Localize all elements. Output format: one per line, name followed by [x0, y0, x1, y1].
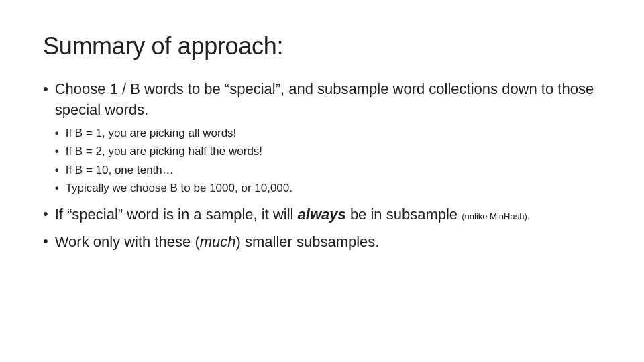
- bullet-3-text-before: Work only with these (: [55, 233, 200, 250]
- bullet-list: • Choose 1 / B words to be “special”, an…: [43, 79, 601, 259]
- bullet-3-content: Work only with these (much) smaller subs…: [55, 231, 380, 253]
- list-item: • If “special” word is in a sample, it w…: [43, 204, 601, 225]
- bullet-dot-2: •: [43, 204, 48, 225]
- bullet-1-content: Choose 1 / B words to be “special”, and …: [55, 79, 601, 197]
- bullet-2-content: If “special” word is in a sample, it wil…: [55, 204, 530, 225]
- bullet-2-small-text: (unlike MinHash).: [462, 211, 529, 221]
- sub-bullet-text: If B = 1, you are picking all words!: [66, 125, 237, 142]
- bullet-2-text-after: be in subsample: [346, 206, 462, 223]
- bullet-2-bold-italic: always: [298, 206, 346, 223]
- slide: Summary of approach: • Choose 1 / B word…: [0, 0, 644, 362]
- list-item: • If B = 10, one tenth…: [55, 162, 601, 179]
- sub-bullet-text: If B = 2, you are picking half the words…: [66, 143, 262, 160]
- list-item: • If B = 2, you are picking half the wor…: [55, 143, 601, 160]
- sub-bullet-text: If B = 10, one tenth…: [66, 162, 174, 179]
- bullet-2-text-before: If “special” word is in a sample, it wil…: [55, 206, 298, 223]
- sub-bullet-dot: •: [55, 180, 59, 197]
- bullet-dot-1: •: [43, 79, 48, 100]
- sub-bullet-dot: •: [55, 162, 59, 179]
- bullet-dot-3: •: [43, 231, 48, 252]
- bullet-3-text-after: ) smaller subsamples.: [236, 233, 380, 250]
- bullet-1-text: Choose 1 / B words to be “special”, and …: [55, 80, 594, 118]
- sub-bullet-dot: •: [55, 125, 59, 142]
- list-item: • Choose 1 / B words to be “special”, an…: [43, 79, 601, 197]
- bullet-3-italic: much: [200, 233, 236, 250]
- sub-bullet-text: Typically we choose B to be 1000, or 10,…: [66, 180, 292, 197]
- list-item: • Work only with these (much) smaller su…: [43, 231, 601, 253]
- list-item: • Typically we choose B to be 1000, or 1…: [55, 180, 601, 197]
- list-item: • If B = 1, you are picking all words!: [55, 125, 601, 142]
- sub-bullet-dot: •: [55, 143, 59, 160]
- sub-bullet-list-1: • If B = 1, you are picking all words! •…: [55, 125, 601, 197]
- slide-title: Summary of approach:: [43, 32, 601, 60]
